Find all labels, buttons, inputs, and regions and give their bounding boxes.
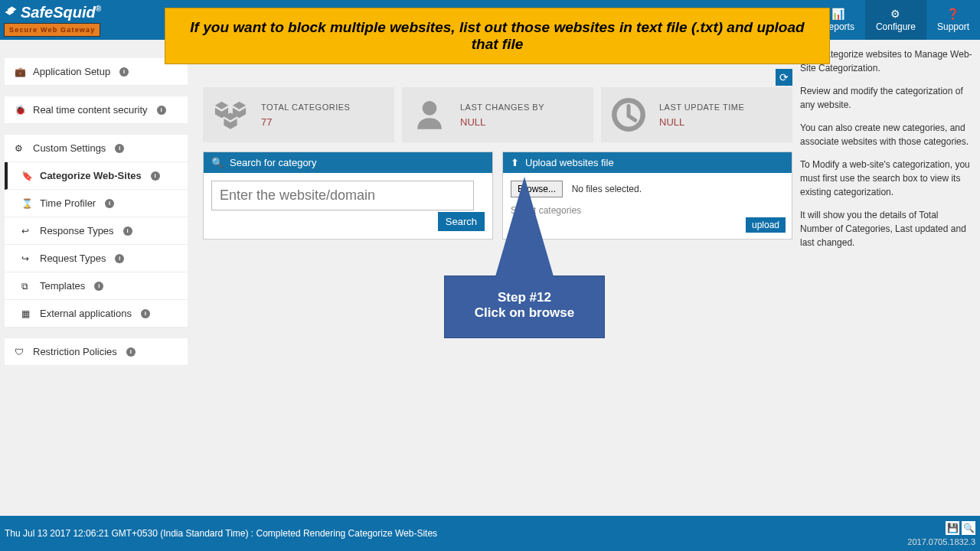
refresh-button[interactable]: ⟳ — [776, 69, 792, 86]
sidebar-response-types[interactable]: ↩ Response Types i — [5, 217, 188, 245]
header-nav: 📊 Reports ⚙ Configure ❓ Support — [812, 0, 980, 40]
stats-row: TOTAL CATEGORIES 77 LAST CHANGES BY NULL — [203, 87, 792, 142]
help-panel: Use Categorize websites to Manage Web-Si… — [800, 47, 972, 508]
sidebar: 💼 Application Setup i 🐞 Real time conten… — [0, 40, 195, 516]
nav-configure[interactable]: ⚙ Configure — [865, 0, 926, 40]
bug-icon: 🐞 — [15, 105, 25, 116]
search-input[interactable] — [211, 181, 474, 210]
reply-icon: ↩ — [21, 226, 32, 236]
info-icon: i — [123, 227, 132, 236]
search-icon: 🔍 — [211, 157, 224, 168]
stat-last-changes-by: LAST CHANGES BY NULL — [402, 87, 593, 142]
callout-arrow-icon — [495, 177, 554, 276]
forward-icon: ↪ — [21, 253, 32, 264]
footer-status: Thu Jul 13 2017 12:06:21 GMT+0530 (India… — [5, 528, 437, 539]
shield-icon: 🛡 — [15, 347, 25, 357]
search-panel-title: Search for category — [230, 157, 316, 168]
sidebar-restriction-label: Restriction Policies — [33, 346, 117, 357]
sidebar-time-profiler-label: Time Profiler — [40, 197, 96, 209]
support-icon: ❓ — [946, 8, 959, 20]
footer-version: 2017.0705.1832.3 — [907, 537, 975, 546]
logo-icon — [4, 5, 18, 19]
logo-tagline: Secure Web Gateway — [4, 23, 100, 37]
hourglass-icon: ⌛ — [21, 198, 32, 209]
help-text-5: It will show you the details of Total Nu… — [800, 208, 972, 249]
nav-support-label: Support — [937, 21, 969, 32]
callout-step: Step #12 — [456, 290, 593, 305]
search-footer-icon[interactable]: 🔍 — [962, 521, 975, 535]
instruction-banner: If you want to block multiple websites, … — [165, 8, 830, 64]
grid-icon: ▦ — [21, 308, 32, 319]
info-icon: i — [115, 254, 124, 263]
user-icon — [410, 95, 449, 135]
stat-last-update-time-value: NULL — [659, 116, 744, 128]
info-icon: i — [141, 309, 150, 318]
help-text-4: To Modify a web-site's categorization, y… — [800, 158, 972, 199]
sidebar-request-types-label: Request Types — [40, 253, 106, 264]
stat-last-update-time-label: LAST UPDATE TIME — [659, 103, 744, 112]
sidebar-response-types-label: Response Types — [40, 225, 114, 236]
sidebar-templates-label: Templates — [40, 280, 85, 292]
sidebar-request-types[interactable]: ↪ Request Types i — [5, 245, 188, 272]
info-icon: i — [94, 282, 103, 291]
sidebar-time-profiler[interactable]: ⌛ Time Profiler i — [5, 190, 188, 217]
info-icon: i — [126, 347, 136, 357]
stat-total-categories-value: 77 — [261, 116, 350, 128]
sliders-icon: ⚙ — [15, 143, 25, 154]
logo-area: SafeSquid® Secure Web Gateway — [4, 4, 101, 37]
save-icon[interactable]: 💾 — [946, 521, 959, 535]
reports-icon: 📊 — [831, 8, 844, 20]
upload-panel-title: Upload websites file — [525, 157, 614, 168]
nav-support[interactable]: ❓ Support — [926, 0, 980, 40]
template-icon: ⧉ — [21, 281, 32, 292]
search-panel-header: 🔍 Search for category — [204, 152, 492, 173]
sidebar-realtime-label: Real time content security — [33, 104, 148, 116]
callout: Step #12 Click on browse — [444, 176, 605, 338]
stat-total-categories: TOTAL CATEGORIES 77 — [203, 87, 394, 142]
info-icon: i — [119, 67, 129, 77]
configure-icon: ⚙ — [890, 8, 900, 20]
help-text-2: Review and modify the categorization of … — [800, 84, 972, 112]
briefcase-icon: 💼 — [15, 67, 25, 77]
stat-total-categories-label: TOTAL CATEGORIES — [261, 103, 350, 112]
stat-last-changes-by-label: LAST CHANGES BY — [460, 103, 544, 112]
sidebar-custom-label: Custom Settings — [33, 142, 106, 154]
bookmark-icon: 🔖 — [21, 171, 32, 181]
upload-icon: ⬆ — [511, 157, 519, 168]
sidebar-realtime[interactable]: 🐞 Real time content security i — [5, 96, 188, 124]
sidebar-app-setup-label: Application Setup — [33, 66, 110, 77]
sidebar-external-apps[interactable]: ▦ External applications i — [5, 300, 188, 328]
upload-panel-header: ⬆ Upload websites file — [503, 152, 792, 173]
sidebar-restriction[interactable]: 🛡 Restriction Policies i — [5, 338, 188, 366]
sidebar-categorize[interactable]: 🔖 Categorize Web-Sites i — [5, 162, 188, 190]
stat-last-update-time: LAST UPDATE TIME NULL — [601, 87, 792, 142]
sidebar-external-apps-label: External applications — [40, 308, 132, 319]
upload-button[interactable]: upload — [746, 217, 786, 233]
callout-instruction: Click on browse — [456, 305, 593, 321]
logo-text: SafeSquid® — [21, 4, 101, 21]
sidebar-templates[interactable]: ⧉ Templates i — [5, 272, 188, 300]
callout-box: Step #12 Click on browse — [444, 276, 605, 338]
clock-icon — [609, 95, 648, 135]
info-icon: i — [157, 106, 166, 115]
sidebar-custom[interactable]: ⚙ Custom Settings i — [5, 135, 188, 162]
info-icon: i — [151, 171, 160, 181]
sidebar-categorize-label: Categorize Web-Sites — [40, 170, 142, 181]
stat-last-changes-by-value: NULL — [460, 116, 544, 128]
info-icon: i — [115, 144, 124, 153]
info-icon: i — [105, 199, 114, 208]
nav-configure-label: Configure — [876, 21, 916, 32]
sidebar-app-setup[interactable]: 💼 Application Setup i — [5, 58, 188, 86]
help-text-3: You can also create new categories, and … — [800, 121, 972, 148]
cubes-icon — [211, 95, 250, 135]
svg-point-0 — [423, 101, 437, 116]
footer: Thu Jul 13 2017 12:06:21 GMT+0530 (India… — [0, 516, 980, 551]
